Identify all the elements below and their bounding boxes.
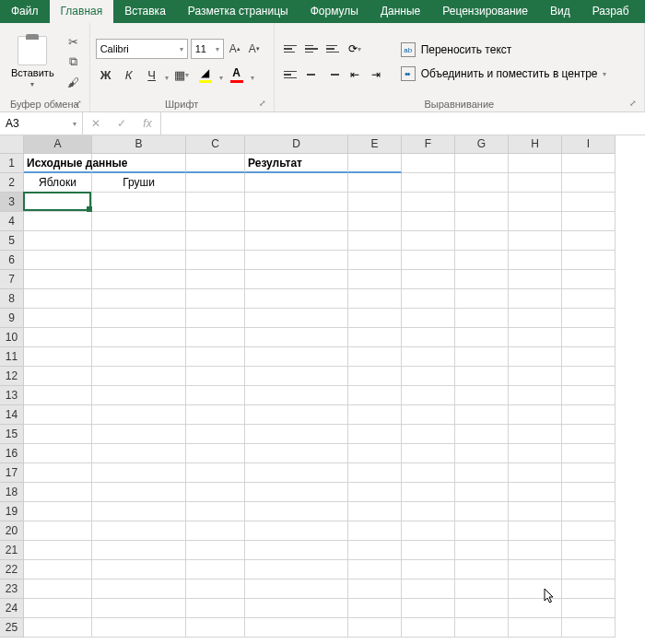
cell-I4[interactable] — [562, 212, 616, 231]
cell-D4[interactable] — [245, 212, 348, 231]
cell-I7[interactable] — [562, 270, 616, 289]
align-bottom-button[interactable] — [322, 39, 343, 59]
cell-B6[interactable] — [92, 251, 186, 270]
align-right-button[interactable] — [322, 64, 343, 85]
row-header-19[interactable]: 19 — [0, 502, 24, 521]
cell-E13[interactable] — [348, 386, 402, 405]
font-launcher-icon[interactable]: ⤢ — [257, 99, 268, 110]
cell-I11[interactable] — [562, 347, 616, 367]
underline-button[interactable]: Ч — [142, 64, 162, 85]
cell-G2[interactable] — [455, 173, 509, 193]
cell-F14[interactable] — [402, 405, 455, 425]
cell-D15[interactable] — [245, 425, 348, 444]
cell-D18[interactable] — [245, 483, 348, 502]
tab-page-layout[interactable]: Разметка страницы — [177, 0, 299, 23]
cell-D8[interactable] — [245, 289, 348, 309]
cell-F2[interactable] — [402, 173, 455, 193]
cell-I23[interactable] — [562, 580, 616, 599]
cell-D17[interactable] — [245, 463, 348, 483]
cell-G23[interactable] — [455, 580, 509, 599]
cell-D3[interactable] — [245, 193, 348, 212]
cell-D25[interactable] — [245, 618, 348, 638]
cell-C24[interactable] — [186, 599, 245, 618]
cell-I1[interactable] — [562, 154, 616, 173]
cell-I17[interactable] — [562, 463, 616, 483]
cell-H22[interactable] — [509, 560, 562, 580]
cell-B17[interactable] — [92, 463, 186, 483]
cell-H21[interactable] — [509, 541, 562, 560]
cell-F20[interactable] — [402, 521, 455, 541]
cell-I2[interactable] — [562, 173, 616, 193]
cell-G16[interactable] — [455, 444, 509, 463]
tab-insert[interactable]: Вставка — [113, 0, 177, 23]
cell-G14[interactable] — [455, 405, 509, 425]
cell-E24[interactable] — [348, 599, 402, 618]
cell-C5[interactable] — [186, 231, 245, 251]
cell-I12[interactable] — [562, 367, 616, 386]
bold-button[interactable]: Ж — [96, 64, 116, 85]
cell-G24[interactable] — [455, 599, 509, 618]
cell-E17[interactable] — [348, 463, 402, 483]
cell-H8[interactable] — [509, 289, 562, 309]
row-header-23[interactable]: 23 — [0, 580, 24, 599]
alignment-launcher-icon[interactable]: ⤢ — [627, 99, 639, 110]
cell-I9[interactable] — [562, 309, 616, 328]
cell-B22[interactable] — [92, 560, 186, 580]
cell-E22[interactable] — [348, 560, 402, 580]
cell-A24[interactable] — [24, 599, 92, 618]
cell-H18[interactable] — [509, 483, 562, 502]
cell-E20[interactable] — [348, 521, 402, 541]
cell-G8[interactable] — [455, 289, 509, 309]
cell-E14[interactable] — [348, 405, 402, 425]
cell-B13[interactable] — [92, 386, 186, 405]
cell-H1[interactable] — [509, 154, 562, 173]
cell-A16[interactable] — [24, 444, 92, 463]
column-header-D[interactable]: D — [245, 135, 348, 154]
column-header-C[interactable]: C — [186, 135, 245, 154]
cell-F25[interactable] — [402, 618, 455, 638]
cell-D20[interactable] — [245, 521, 348, 541]
cell-H9[interactable] — [509, 309, 562, 328]
clipboard-launcher-icon[interactable]: ⤢ — [73, 99, 84, 110]
cell-H11[interactable] — [509, 347, 562, 367]
name-box[interactable]: A3▾ — [0, 112, 83, 135]
tab-data[interactable]: Данные — [369, 0, 431, 23]
column-header-G[interactable]: G — [455, 135, 509, 154]
cell-D1[interactable]: Результат — [245, 154, 348, 173]
cell-C19[interactable] — [186, 502, 245, 521]
cell-I24[interactable] — [562, 599, 616, 618]
cell-H23[interactable] — [509, 580, 562, 599]
cell-D6[interactable] — [245, 251, 348, 270]
align-top-button[interactable] — [280, 39, 300, 59]
cell-B11[interactable] — [92, 347, 186, 367]
cell-C20[interactable] — [186, 521, 245, 541]
cell-B9[interactable] — [92, 309, 186, 328]
cell-F15[interactable] — [402, 425, 455, 444]
tab-home[interactable]: Главная — [50, 0, 114, 23]
cell-B16[interactable] — [92, 444, 186, 463]
font-color-button[interactable]: A — [226, 66, 248, 83]
cell-A20[interactable] — [24, 521, 92, 541]
cell-I8[interactable] — [562, 289, 616, 309]
cell-A8[interactable] — [24, 289, 92, 309]
cell-C6[interactable] — [186, 251, 245, 270]
tab-review[interactable]: Рецензирование — [431, 0, 539, 23]
spreadsheet-grid[interactable]: ABCDEFGHI1Исходные данныеРезультат2Яблок… — [0, 135, 645, 638]
cell-A9[interactable] — [24, 309, 92, 328]
cell-C2[interactable] — [186, 173, 245, 193]
cell-C23[interactable] — [186, 580, 245, 599]
cell-C21[interactable] — [186, 541, 245, 560]
cell-F6[interactable] — [402, 251, 455, 270]
cell-F18[interactable] — [402, 483, 455, 502]
cell-H5[interactable] — [509, 231, 562, 251]
cell-D21[interactable] — [245, 541, 348, 560]
row-header-18[interactable]: 18 — [0, 483, 24, 502]
cell-I15[interactable] — [562, 425, 616, 444]
tab-file[interactable]: Файл — [0, 0, 50, 23]
cell-D5[interactable] — [245, 231, 348, 251]
cell-F4[interactable] — [402, 212, 455, 231]
format-painter-icon[interactable]: 🖌 — [65, 75, 82, 89]
cell-C3[interactable] — [186, 193, 245, 212]
cell-F10[interactable] — [402, 328, 455, 347]
cell-A22[interactable] — [24, 560, 92, 580]
